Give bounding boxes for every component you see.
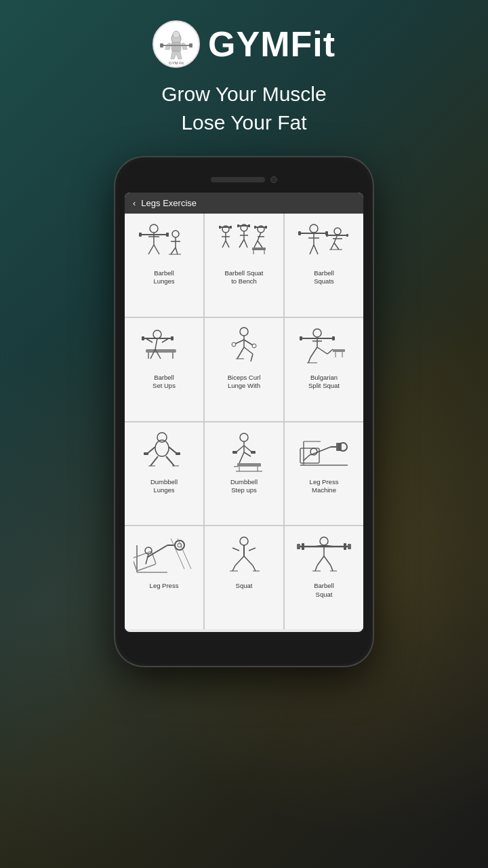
svg-line-70 [155,338,157,349]
svg-rect-158 [297,544,300,549]
svg-line-97 [327,349,333,354]
svg-line-94 [310,347,317,357]
exercise-name: Leg Press [150,582,179,590]
svg-line-96 [317,347,327,354]
exercise-cell-biceps-curl-lunge[interactable]: Biceps CurlLunge With [205,318,283,421]
back-button[interactable]: ‹ [133,198,136,208]
svg-line-36 [239,239,244,248]
exercise-cell-squat[interactable]: Squat [205,526,283,629]
exercise-cell-barbell-squats[interactable]: BarbellSquats [285,214,363,317]
svg-line-64 [334,243,339,250]
exercise-illustration [134,428,195,475]
phone-mockup: ‹ Legs Exercise [0,157,488,666]
svg-point-49 [310,224,318,233]
svg-rect-32 [237,224,239,227]
svg-rect-14 [139,233,142,237]
exercise-cell-leg-press-machine[interactable]: Leg PressMachine [285,422,363,526]
exercise-cell-dumbbell-lunges[interactable]: DumbbellLunges [125,422,203,526]
svg-rect-117 [251,451,256,454]
svg-point-112 [240,433,248,441]
svg-rect-105 [144,452,148,455]
exercise-cell-barbell-set-ups[interactable]: BarbellSet Ups [125,318,203,421]
svg-point-78 [240,328,248,336]
svg-rect-24 [219,226,221,229]
svg-line-85 [244,347,253,354]
svg-rect-15 [166,233,169,237]
exercise-illustration [293,532,354,579]
exercise-illustration [134,323,195,371]
exercise-cell-dumbbell-step-ups[interactable]: DumbbellStep ups [205,422,283,526]
exercise-cell-barbell-lunges[interactable]: BarbellLunges [125,214,203,317]
svg-line-153 [253,566,256,571]
svg-line-95 [308,357,310,363]
exercise-illustration [214,323,274,371]
svg-rect-66 [146,349,176,353]
svg-rect-107 [176,452,180,455]
exercise-name: BarbellSquat [314,582,334,599]
svg-line-20 [176,248,178,254]
svg-rect-41 [265,226,267,229]
svg-line-119 [244,452,251,456]
svg-rect-3 [171,42,181,52]
svg-point-88 [313,329,321,337]
svg-rect-75 [171,336,174,340]
svg-rect-161 [348,544,351,549]
svg-line-19 [171,248,176,254]
svg-line-45 [258,241,262,248]
svg-rect-60 [346,234,348,237]
exercise-grid: BarbellLunges [125,214,363,629]
exercise-name: BarbellLunges [153,269,174,286]
svg-line-80 [235,340,244,344]
front-camera [270,176,277,183]
svg-line-168 [331,566,333,571]
svg-line-148 [232,548,239,551]
svg-point-69 [153,330,161,338]
svg-line-63 [331,243,334,250]
svg-rect-159 [302,543,304,550]
svg-line-165 [317,556,324,566]
svg-line-150 [235,556,244,566]
svg-rect-115 [232,451,237,454]
svg-rect-40 [254,226,256,229]
svg-rect-33 [248,224,250,227]
exercise-cell-leg-press[interactable]: Leg Press [125,526,203,629]
svg-point-81 [232,342,236,347]
exercise-illustration [134,532,195,579]
svg-point-2 [173,31,180,38]
speaker-grill [211,177,265,182]
exercise-cell-barbell-squat-bench[interactable]: Barbell Squatto Bench [205,214,283,317]
svg-line-44 [254,241,258,248]
svg-line-11 [148,245,154,254]
svg-line-12 [154,245,159,254]
svg-line-37 [244,239,247,248]
svg-line-29 [226,241,229,248]
svg-point-142 [175,540,184,550]
exercise-name: DumbbellStep ups [230,478,258,495]
exercise-name: BarbellSquats [314,269,334,286]
svg-point-8 [150,224,158,233]
svg-point-83 [252,344,256,348]
svg-line-151 [244,556,253,566]
svg-line-28 [222,241,226,248]
phone-screen: ‹ Legs Exercise [125,193,363,632]
app-tagline: Grow Your Muscle Lose Your Fat [161,80,326,137]
exercise-cell-bulgarian-split-squat[interactable]: BulgarianSplit Squat [285,318,363,421]
svg-rect-51 [298,231,301,235]
svg-rect-160 [344,543,346,550]
exercise-illustration [293,428,354,475]
exercise-illustration [214,219,274,267]
svg-rect-91 [332,336,335,340]
svg-rect-74 [142,336,144,340]
exercise-name: BulgarianSplit Squat [308,374,340,391]
svg-rect-46 [252,248,266,250]
svg-rect-90 [300,336,302,340]
svg-line-118 [239,452,244,463]
exercise-cell-barbell-squat-2[interactable]: BarbellSquat [285,526,363,629]
svg-point-156 [320,537,328,545]
exercise-name: BarbellSet Ups [152,374,176,391]
svg-line-130 [304,454,310,460]
screen-header[interactable]: ‹ Legs Exercise [125,193,363,214]
svg-line-84 [237,347,244,359]
svg-line-86 [251,354,253,361]
svg-line-166 [324,556,331,566]
